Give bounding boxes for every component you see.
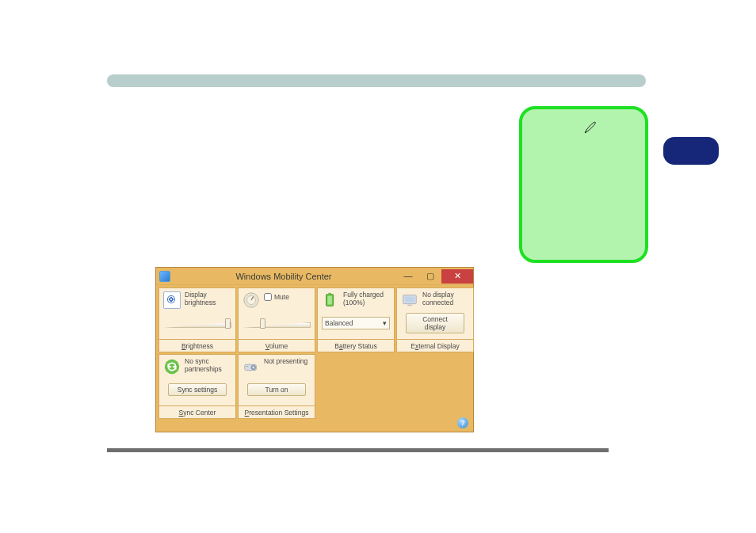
svg-point-12 bbox=[253, 367, 254, 368]
header-bar bbox=[107, 74, 646, 87]
footer-divider bbox=[107, 448, 609, 452]
volume-slider[interactable] bbox=[242, 319, 311, 327]
svg-rect-7 bbox=[405, 296, 415, 302]
mobility-center-window: Windows Mobility Center — ▢ ✕ Display br… bbox=[155, 267, 474, 432]
tile-brightness: Display brightness Brightness bbox=[158, 287, 236, 352]
brightness-footer: Brightness bbox=[159, 339, 235, 352]
mute-checkbox[interactable]: Mute bbox=[264, 293, 289, 301]
window-title: Windows Mobility Center bbox=[170, 272, 397, 281]
external-footer: External Display bbox=[397, 339, 473, 352]
brightness-icon bbox=[163, 291, 181, 309]
battery-footer: Battery Status bbox=[318, 339, 394, 352]
power-plan-select[interactable]: Balanced ▾ bbox=[322, 317, 390, 329]
svg-point-9 bbox=[165, 360, 179, 374]
svg-rect-4 bbox=[328, 293, 331, 295]
tile-presentation: Not presenting Turn on Presentation Sett… bbox=[238, 354, 315, 419]
pen-icon bbox=[583, 120, 598, 135]
side-pill-button[interactable] bbox=[663, 137, 719, 165]
battery-label: Fully charged (100%) bbox=[343, 291, 390, 307]
tile-sync: No sync partnerships Sync settings Sync … bbox=[158, 354, 236, 419]
titlebar[interactable]: Windows Mobility Center — ▢ ✕ bbox=[156, 268, 473, 285]
minimize-button[interactable]: — bbox=[397, 269, 419, 284]
volume-footer: Volume bbox=[239, 339, 315, 352]
volume-icon bbox=[242, 291, 260, 309]
sync-icon bbox=[163, 358, 181, 375]
presentation-label: Not presenting bbox=[264, 358, 307, 366]
brightness-label: Display brightness bbox=[185, 291, 231, 307]
sync-label: No sync partnerships bbox=[185, 358, 231, 374]
connect-display-button[interactable]: Connect display bbox=[406, 313, 464, 333]
sync-footer: Sync Center bbox=[159, 405, 235, 418]
tile-volume: Mute Volume bbox=[238, 287, 315, 352]
note-panel bbox=[519, 106, 648, 263]
display-icon bbox=[401, 291, 418, 309]
presentation-footer: Presentation Settings bbox=[239, 405, 315, 418]
svg-rect-5 bbox=[327, 296, 332, 305]
tile-battery: Fully charged (100%) Balanced ▾ Battery … bbox=[317, 287, 395, 352]
battery-icon bbox=[322, 291, 339, 309]
chevron-down-icon: ▾ bbox=[383, 319, 387, 327]
close-button[interactable]: ✕ bbox=[441, 269, 473, 284]
svg-rect-8 bbox=[407, 305, 412, 306]
brightness-slider[interactable] bbox=[163, 319, 231, 327]
svg-rect-13 bbox=[246, 366, 249, 367]
app-icon bbox=[159, 271, 170, 282]
tile-external-display: No display connected Connect display Ext… bbox=[396, 287, 474, 352]
maximize-button[interactable]: ▢ bbox=[419, 269, 441, 284]
turn-on-button[interactable]: Turn on bbox=[247, 383, 306, 396]
external-label: No display connected bbox=[422, 291, 469, 307]
projector-icon bbox=[242, 358, 260, 375]
help-icon[interactable]: ? bbox=[457, 417, 468, 428]
sync-settings-button[interactable]: Sync settings bbox=[168, 383, 227, 396]
